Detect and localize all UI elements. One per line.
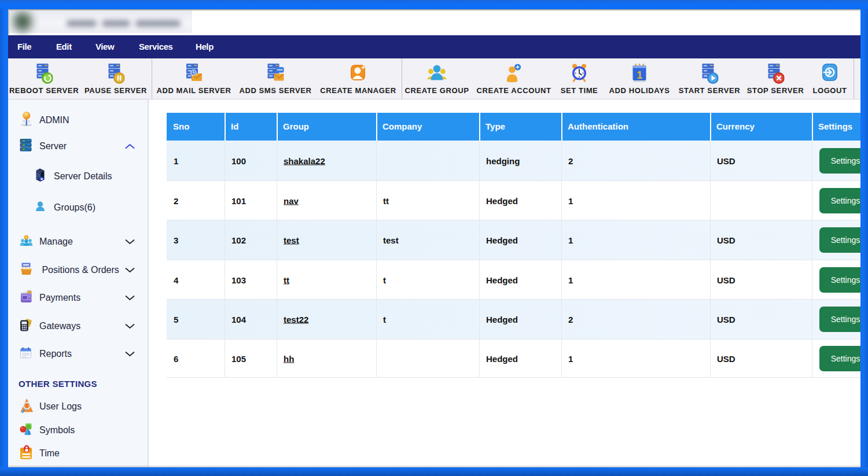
svg-text:1: 1 <box>637 69 643 81</box>
